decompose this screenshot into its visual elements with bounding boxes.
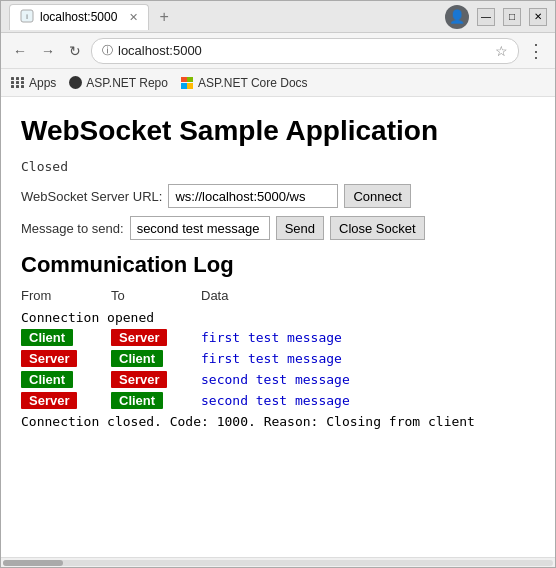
active-tab[interactable]: i localhost:5000 ✕ [9, 4, 149, 30]
msg-label: Message to send: [21, 221, 124, 236]
page-title: WebSocket Sample Application [21, 115, 535, 147]
connection-status: Closed [21, 159, 535, 174]
send-btn[interactable]: Send [276, 216, 324, 240]
log-from-cell: Server [21, 390, 111, 411]
col-header-to: To [111, 286, 201, 307]
log-from-cell: Client [21, 369, 111, 390]
log-info-row: Connection closed. Code: 1000. Reason: C… [21, 411, 535, 431]
log-to-cell: Client [111, 348, 201, 369]
table-row: Connection opened [21, 307, 535, 327]
bookmark-aspnet-core-docs[interactable]: ASP.NET Core Docs [180, 76, 308, 90]
apps-grid-icon [11, 76, 25, 90]
log-from-cell: Server [21, 348, 111, 369]
log-data-cell: second test message [201, 390, 535, 411]
message-row: Message to send: Send Close Socket [21, 216, 535, 240]
msg-input[interactable] [130, 216, 270, 240]
ms-flag-icon [180, 76, 194, 90]
log-to-cell: Client [111, 390, 201, 411]
back-btn[interactable]: ← [9, 41, 31, 61]
bookmark-apps[interactable]: Apps [11, 76, 56, 90]
tab-label: localhost:5000 [40, 10, 117, 24]
lock-icon: ⓘ [102, 43, 113, 58]
page-content: WebSocket Sample Application Closed WebS… [1, 97, 555, 557]
tab-close-btn[interactable]: ✕ [129, 11, 138, 24]
url-row: WebSocket Server URL: Connect [21, 184, 535, 208]
log-data-cell: first test message [201, 348, 535, 369]
browser-menu-btn[interactable]: ⋮ [525, 40, 547, 62]
address-text: localhost:5000 [118, 43, 490, 58]
col-header-data: Data [201, 286, 535, 307]
table-row: ClientServersecond test message [21, 369, 535, 390]
log-from-cell: Client [21, 327, 111, 348]
reload-btn[interactable]: ↻ [65, 41, 85, 61]
browser-toolbar: ← → ↻ ⓘ localhost:5000 ☆ ⋮ [1, 33, 555, 69]
table-row: ServerClientfirst test message [21, 348, 535, 369]
bookmarks-bar: Apps ASP.NET Repo ASP.NET Core Docs [1, 69, 555, 97]
log-data-cell: first test message [201, 327, 535, 348]
scroll-thumb[interactable] [3, 560, 63, 566]
window-controls: 👤 — □ ✕ [445, 5, 547, 29]
close-btn[interactable]: ✕ [529, 8, 547, 26]
url-label: WebSocket Server URL: [21, 189, 162, 204]
connect-btn[interactable]: Connect [344, 184, 410, 208]
tab-favicon: i [20, 9, 34, 26]
forward-btn[interactable]: → [37, 41, 59, 61]
maximize-btn[interactable]: □ [503, 8, 521, 26]
col-header-from: From [21, 286, 111, 307]
profile-btn[interactable]: 👤 [445, 5, 469, 29]
log-to-cell: Server [111, 369, 201, 390]
log-info-row: Connection opened [21, 307, 535, 327]
browser-window: i localhost:5000 ✕ + 👤 — □ ✕ ← → ↻ ⓘ loc… [0, 0, 556, 568]
titlebar: i localhost:5000 ✕ + 👤 — □ ✕ [1, 1, 555, 33]
communication-log: From To Data Connection openedClientServ… [21, 286, 535, 431]
scroll-track [3, 560, 553, 566]
minimize-btn[interactable]: — [477, 8, 495, 26]
log-to-cell: Server [111, 327, 201, 348]
table-row: ClientServerfirst test message [21, 327, 535, 348]
address-bar[interactable]: ⓘ localhost:5000 ☆ [91, 38, 519, 64]
bookmark-aspnet-core-docs-label: ASP.NET Core Docs [198, 76, 308, 90]
profile-icon: 👤 [449, 9, 465, 24]
bookmark-star-btn[interactable]: ☆ [495, 43, 508, 59]
log-title: Communication Log [21, 252, 535, 278]
log-data-cell: second test message [201, 369, 535, 390]
bookmark-apps-label: Apps [29, 76, 56, 90]
new-tab-btn[interactable]: + [153, 8, 174, 26]
horizontal-scrollbar[interactable] [1, 557, 555, 567]
bookmark-aspnet-repo[interactable]: ASP.NET Repo [68, 76, 168, 90]
url-input[interactable] [168, 184, 338, 208]
table-row: ServerClientsecond test message [21, 390, 535, 411]
bookmark-aspnet-repo-label: ASP.NET Repo [86, 76, 168, 90]
github-icon [68, 76, 82, 90]
table-row: Connection closed. Code: 1000. Reason: C… [21, 411, 535, 431]
log-header-row: From To Data [21, 286, 535, 307]
close-socket-btn[interactable]: Close Socket [330, 216, 425, 240]
